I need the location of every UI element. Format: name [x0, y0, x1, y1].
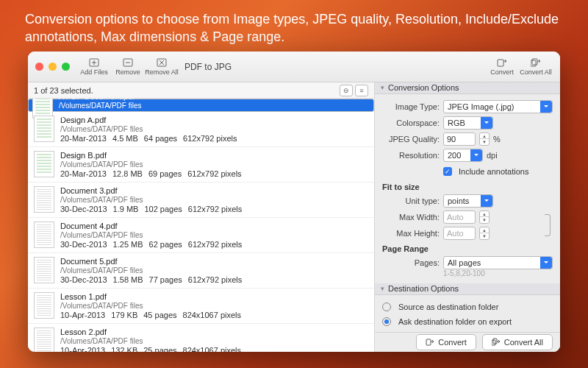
file-row[interactable]: Lesson 1.pdf /Volumes/DATA/PDF files 10-…: [28, 289, 374, 324]
chevron-down-icon: [540, 257, 552, 269]
file-row[interactable]: Lesson 2.pdf /Volumes/DATA/PDF files 10-…: [28, 324, 374, 352]
convert-all-icon: [492, 338, 501, 347]
file-info: 20-Mar-20134.5 MB64 pages612x792 pixels: [60, 134, 237, 143]
convert-all-button[interactable]: Convert All: [482, 334, 553, 350]
ask-folder-label: Ask destination folder on export: [398, 317, 512, 326]
file-name: Document 4.pdf: [60, 222, 242, 230]
quality-label: JPEG Quality:: [382, 135, 440, 144]
file-name: Lesson 1.pdf: [60, 292, 241, 301]
colorspace-label: Colorspace:: [382, 118, 440, 127]
hero-caption: Conversion options to choose from Image …: [0, 0, 588, 54]
svg-rect-5: [532, 59, 537, 65]
convert-icon: [426, 338, 434, 347]
link-dimensions-icon[interactable]: [542, 212, 553, 238]
chevron-down-icon: [481, 195, 492, 207]
svg-rect-6: [426, 339, 431, 345]
x-square-icon: [156, 57, 168, 68]
file-path: /Volumes/DATA/PDF files: [60, 196, 242, 204]
max-height-label: Max Height:: [382, 229, 440, 238]
chevron-down-icon: [470, 149, 482, 161]
file-info: 10-Apr-2013132 KB25 pages824x1067 pixels: [60, 346, 241, 352]
convert-all-icon: [530, 57, 542, 68]
resolution-select[interactable]: 200: [443, 149, 483, 162]
source-folder-label: Source as destination folder: [398, 302, 498, 311]
max-height-stepper[interactable]: ▲▼: [479, 227, 490, 240]
svg-rect-4: [531, 60, 536, 66]
pages-select[interactable]: All pages: [443, 256, 553, 269]
convert-all-button-toolbar[interactable]: Convert All: [519, 54, 553, 80]
app-window: Add Files Remove Remove All PDF to JPG C…: [28, 52, 560, 352]
max-height-input[interactable]: Auto: [443, 227, 476, 240]
view-mode-button[interactable]: ≡: [355, 85, 368, 96]
selection-count: 1 of 23 selected.: [34, 86, 93, 95]
minimize-icon[interactable]: [49, 63, 57, 71]
file-path: /Volumes/DATA/PDF files: [59, 102, 250, 110]
resolution-label: Resolution:: [382, 151, 440, 160]
file-name: Document 3.pdf: [60, 186, 242, 195]
file-path: /Volumes/DATA/PDF files: [60, 125, 237, 133]
file-path: /Volumes/DATA/PDF files: [60, 337, 241, 345]
file-info: 20-Mar-201312.8 MB69 pages612x792 pixels: [60, 169, 242, 178]
ask-folder-radio[interactable]: [382, 317, 391, 326]
file-thumbnail: [34, 328, 54, 352]
chevron-down-icon: ▾: [381, 84, 384, 91]
file-info: 30-Dec-20131.25 MB62 pages612x792 pixels: [60, 240, 242, 249]
options-pane: ▾Conversion Options Image Type:JPEG Imag…: [375, 82, 560, 352]
add-files-button[interactable]: Add Files: [77, 54, 111, 80]
quality-input[interactable]: 90: [443, 132, 476, 146]
titlebar: Add Files Remove Remove All PDF to JPG C…: [28, 52, 560, 82]
conversion-options-header[interactable]: ▾Conversion Options: [375, 82, 560, 94]
max-width-stepper[interactable]: ▲▼: [479, 210, 490, 224]
convert-button[interactable]: Convert: [416, 334, 476, 350]
file-info: 10-Apr-2013179 KB45 pages824x1067 pixels: [60, 311, 241, 319]
file-row[interactable]: Document 5.pdf /Volumes/DATA/PDF files 3…: [28, 253, 374, 289]
file-name: Design B.pdf: [60, 151, 242, 160]
chevron-down-icon: ▾: [381, 285, 384, 292]
colorspace-select[interactable]: RGB: [443, 116, 493, 130]
file-list-pane: 1 of 23 selected. ⊖ ≡ A PDF Document.pdf…: [28, 82, 375, 352]
traffic-lights: [35, 63, 70, 71]
file-row[interactable]: Document 4.pdf /Volumes/DATA/PDF files 3…: [28, 218, 374, 253]
pages-hint: 1-5,8,20-100: [382, 269, 553, 277]
convert-button-toolbar[interactable]: Convert: [485, 54, 519, 80]
max-width-input[interactable]: Auto: [443, 210, 476, 224]
file-info: 30-Dec-20131.9 MB102 pages612x792 pixels: [60, 205, 242, 213]
include-annotations-checkbox[interactable]: [443, 167, 452, 176]
minus-square-icon: [122, 57, 134, 68]
file-list[interactable]: A PDF Document.pdf /Volumes/DATA/PDF fil…: [28, 99, 374, 352]
file-path: /Volumes/DATA/PDF files: [60, 160, 242, 169]
page-range-header: Page Range: [382, 244, 553, 253]
file-path: /Volumes/DATA/PDF files: [60, 302, 241, 310]
zoom-icon[interactable]: [62, 63, 70, 71]
quality-stepper[interactable]: ▲▼: [479, 132, 490, 146]
fit-to-size-header: Fit to size: [382, 183, 553, 191]
remove-button[interactable]: Remove: [111, 54, 145, 80]
convert-icon: [496, 57, 508, 68]
plus-square-icon: [88, 57, 100, 68]
image-type-label: Image Type:: [382, 102, 440, 111]
file-path: /Volumes/DATA/PDF files: [60, 231, 242, 239]
file-thumbnail: [34, 151, 54, 177]
destination-options-header[interactable]: ▾Destination Options: [375, 283, 560, 295]
file-thumbnail: [34, 116, 54, 142]
file-row[interactable]: A PDF Document.pdf /Volumes/DATA/PDF fil…: [28, 99, 374, 112]
file-thumbnail: [34, 292, 54, 319]
file-row[interactable]: Document 3.pdf /Volumes/DATA/PDF files 3…: [28, 183, 374, 218]
file-thumbnail: [34, 222, 54, 248]
file-thumbnail: [34, 257, 54, 283]
unit-type-select[interactable]: points: [443, 194, 493, 208]
image-type-select[interactable]: JPEG Image (.jpg): [443, 100, 553, 113]
svg-rect-3: [498, 60, 503, 66]
source-folder-radio[interactable]: [382, 302, 391, 311]
file-thumbnail: [34, 186, 54, 213]
file-name: A PDF Document.pdf: [59, 99, 250, 101]
include-annotations-label: Include annotations: [459, 167, 528, 176]
unit-type-label: Unit type:: [382, 197, 440, 205]
file-info: 28-Jul-201459.3 MB100 pages3418x4285 pix…: [59, 110, 250, 119]
footer-buttons: Convert Convert All: [375, 332, 560, 352]
filter-button[interactable]: ⊖: [340, 85, 353, 96]
file-info: 30-Dec-20131.58 MB77 pages612x792 pixels: [60, 275, 242, 284]
close-icon[interactable]: [35, 63, 43, 71]
file-row[interactable]: Design B.pdf /Volumes/DATA/PDF files 20-…: [28, 147, 374, 183]
remove-all-button[interactable]: Remove All: [145, 54, 179, 80]
